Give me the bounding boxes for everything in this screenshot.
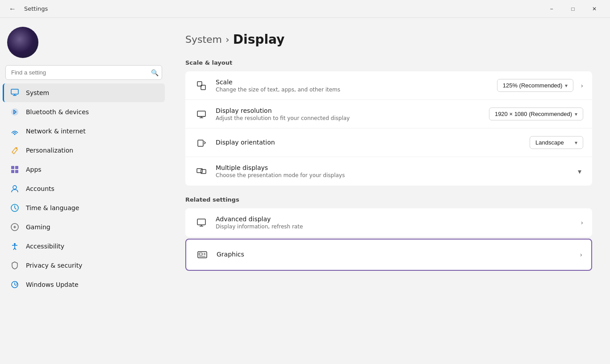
- orientation-chevron-down: ▾: [575, 140, 577, 146]
- minimize-button[interactable]: −: [541, 2, 562, 16]
- orientation-title: Display orientation: [216, 139, 522, 146]
- svg-rect-6: [11, 166, 14, 169]
- nav-items: SystemBluetooth & devicesNetwork & inter…: [0, 83, 167, 294]
- resolution-dropdown[interactable]: 1920 × 1080 (Recommended) ▾: [489, 108, 583, 120]
- content-area: System › Display Scale & layout Scale Ch…: [167, 18, 610, 364]
- multiple-displays-control: ▾: [576, 165, 583, 178]
- sidebar-item-apps[interactable]: Apps: [3, 160, 165, 179]
- accounts-nav-icon: [10, 184, 20, 194]
- related-settings-section: Related settings Advanced display Displa…: [185, 196, 592, 271]
- close-button[interactable]: ✕: [584, 2, 605, 16]
- sidebar-item-privacy[interactable]: Privacy & security: [3, 256, 165, 275]
- sidebar-item-label-network: Network & internet: [26, 128, 86, 135]
- multiple-displays-expand[interactable]: ▾: [576, 165, 583, 178]
- resolution-icon: [194, 107, 209, 121]
- breadcrumb-current: Display: [233, 32, 284, 47]
- orientation-value: Landscape: [535, 139, 564, 146]
- resolution-title: Display resolution: [216, 107, 482, 114]
- time-nav-icon: [10, 203, 20, 213]
- sidebar-item-system[interactable]: System: [3, 83, 165, 102]
- resolution-value: 1920 × 1080 (Recommended): [495, 111, 572, 117]
- titlebar-controls: − □ ✕: [541, 2, 605, 16]
- search-input[interactable]: [5, 65, 162, 80]
- apps-nav-icon: [10, 165, 20, 174]
- scale-dropdown[interactable]: 125% (Recommended) ▾: [497, 79, 574, 92]
- titlebar-left: ← Settings: [5, 3, 48, 15]
- advanced-display-card: Advanced display Display information, re…: [185, 208, 592, 237]
- system-nav-icon: [10, 88, 20, 98]
- sidebar-item-accounts[interactable]: Accounts: [3, 179, 165, 198]
- breadcrumb-separator: ›: [226, 34, 230, 45]
- sidebar-item-label-time: Time & language: [26, 204, 79, 211]
- sidebar-item-gaming[interactable]: Gaming: [3, 218, 165, 236]
- advanced-display-chevron: ›: [581, 219, 583, 226]
- sidebar-item-label-gaming: Gaming: [26, 223, 50, 231]
- main-layout: 🔍 SystemBluetooth & devicesNetwork & int…: [0, 18, 610, 364]
- multiple-displays-icon: [194, 164, 209, 178]
- sidebar-item-time[interactable]: Time & language: [3, 199, 165, 217]
- gaming-nav-icon: [10, 222, 20, 232]
- advanced-display-text: Advanced display Display information, re…: [216, 215, 570, 230]
- sidebar: 🔍 SystemBluetooth & devicesNetwork & int…: [0, 18, 167, 364]
- svg-rect-23: [198, 140, 203, 146]
- update-nav-icon: [10, 280, 20, 290]
- orientation-row[interactable]: Display orientation Landscape ▾: [185, 128, 592, 157]
- sidebar-item-label-update: Windows Update: [26, 281, 79, 288]
- back-button[interactable]: ←: [5, 3, 20, 15]
- graphics-title: Graphics: [217, 251, 569, 258]
- svg-rect-19: [197, 111, 205, 116]
- resolution-row[interactable]: Display resolution Adjust the resolution…: [185, 100, 592, 128]
- svg-point-10: [13, 186, 17, 189]
- orientation-icon: [194, 136, 209, 150]
- multiple-displays-desc: Choose the presentation mode for your di…: [216, 172, 569, 178]
- sidebar-item-accessibility[interactable]: Accessibility: [3, 237, 165, 256]
- breadcrumb-parent[interactable]: System: [185, 34, 222, 45]
- sidebar-item-network[interactable]: Network & internet: [3, 122, 165, 141]
- scale-row[interactable]: Scale Change the size of text, apps, and…: [185, 71, 592, 100]
- svg-rect-9: [15, 170, 18, 173]
- sidebar-item-label-system: System: [26, 89, 49, 96]
- svg-point-15: [14, 243, 16, 245]
- scale-chevron-right: ›: [581, 82, 583, 89]
- scale-title: Scale: [216, 79, 490, 86]
- sidebar-item-label-accessibility: Accessibility: [26, 243, 64, 250]
- resolution-chevron-down: ▾: [575, 111, 577, 117]
- maximize-button[interactable]: □: [563, 2, 583, 16]
- svg-rect-26: [197, 219, 205, 225]
- personalization-nav-icon: [10, 145, 20, 155]
- profile-section: [0, 21, 167, 65]
- graphics-row[interactable]: Graphics ›: [185, 239, 592, 271]
- sidebar-item-personalization[interactable]: Personalization: [3, 141, 165, 160]
- multiple-displays-row[interactable]: Multiple displays Choose the presentatio…: [185, 157, 592, 186]
- scale-layout-label: Scale & layout: [185, 59, 592, 66]
- accessibility-nav-icon: [10, 241, 20, 251]
- svg-rect-7: [15, 166, 18, 169]
- related-settings-label: Related settings: [185, 196, 592, 203]
- svg-rect-0: [11, 89, 18, 94]
- scale-layout-card: Scale Change the size of text, apps, and…: [185, 71, 592, 186]
- scale-control: 125% (Recommended) ▾ ›: [497, 79, 583, 92]
- sidebar-item-bluetooth[interactable]: Bluetooth & devices: [3, 103, 165, 121]
- sidebar-item-label-privacy: Privacy & security: [26, 262, 82, 269]
- orientation-text: Display orientation: [216, 139, 522, 147]
- graphics-text: Graphics: [217, 251, 569, 259]
- breadcrumb: System › Display: [185, 32, 592, 47]
- sidebar-item-label-bluetooth: Bluetooth & devices: [26, 108, 89, 116]
- titlebar: ← Settings − □ ✕: [0, 0, 610, 18]
- advanced-display-desc: Display information, refresh rate: [216, 223, 570, 230]
- orientation-dropdown[interactable]: Landscape ▾: [530, 136, 583, 149]
- sidebar-item-update[interactable]: Windows Update: [3, 275, 165, 294]
- scale-text: Scale Change the size of text, apps, and…: [216, 79, 490, 93]
- multiple-displays-title: Multiple displays: [216, 164, 569, 171]
- scale-chevron-down: ▾: [565, 83, 568, 89]
- advanced-display-row[interactable]: Advanced display Display information, re…: [185, 208, 592, 237]
- avatar[interactable]: [7, 27, 38, 58]
- scale-value: 125% (Recommended): [503, 82, 563, 89]
- svg-rect-8: [11, 170, 14, 173]
- advanced-display-icon: [194, 215, 209, 230]
- network-nav-icon: [10, 126, 20, 136]
- search-container: 🔍: [5, 65, 162, 80]
- search-icon[interactable]: 🔍: [151, 69, 159, 76]
- svg-point-3: [11, 108, 18, 116]
- privacy-nav-icon: [10, 261, 20, 270]
